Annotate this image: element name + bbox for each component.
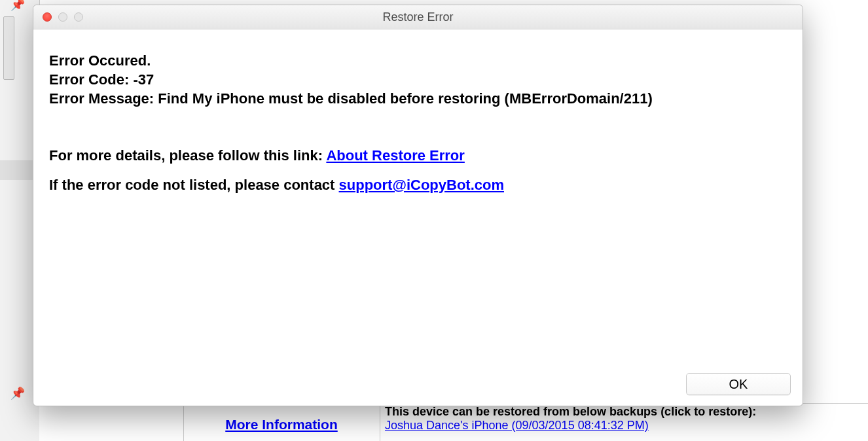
details-prefix: For more details, please follow this lin… <box>49 147 326 164</box>
error-message-label: Error Message: <box>49 90 154 107</box>
contact-prefix: If the error code not listed, please con… <box>49 177 339 193</box>
error-code-value: -37 <box>133 71 154 88</box>
background-footer-col2: More Information <box>183 404 380 441</box>
background-footer: More Information This device can be rest… <box>39 403 868 441</box>
details-line: For more details, please follow this lin… <box>49 146 787 165</box>
backup-link[interactable]: Joshua Dance's iPhone (09/03/2015 08:41:… <box>385 419 649 432</box>
error-code-line: Error Code: -37 <box>49 70 787 89</box>
contact-line: If the error code not listed, please con… <box>49 175 787 194</box>
about-restore-error-link[interactable]: About Restore Error <box>326 147 464 164</box>
support-email-link[interactable]: support@iCopyBot.com <box>339 177 504 193</box>
error-message-value: Find My iPhone must be disabled before r… <box>158 90 652 107</box>
zoom-window-icon <box>74 12 83 22</box>
error-message-line: Error Message: Find My iPhone must be di… <box>49 89 787 108</box>
restore-description: This device can be restored from below b… <box>385 405 868 419</box>
error-heading: Error Occured. <box>49 51 787 70</box>
window-title: Restore Error <box>33 10 803 24</box>
minimize-window-icon <box>58 12 67 22</box>
pushpin-icon: 📌 <box>10 0 25 12</box>
pushpin-icon: 📌 <box>10 386 25 400</box>
ok-button[interactable]: OK <box>686 373 791 395</box>
background-scrollbar <box>3 16 14 80</box>
background-footer-col3: This device can be restored from below b… <box>380 404 868 441</box>
window-titlebar[interactable]: Restore Error <box>33 5 803 29</box>
dialog-footer: OK <box>686 373 791 395</box>
error-code-label: Error Code: <box>49 71 129 88</box>
dialog-body: Error Occured. Error Code: -37 Error Mes… <box>49 51 787 353</box>
close-window-icon[interactable] <box>43 12 52 22</box>
more-information-link[interactable]: More Information <box>225 417 338 432</box>
restore-error-dialog: Restore Error Error Occured. Error Code:… <box>33 5 803 406</box>
traffic-lights <box>33 12 83 22</box>
background-footer-col1 <box>39 404 184 441</box>
